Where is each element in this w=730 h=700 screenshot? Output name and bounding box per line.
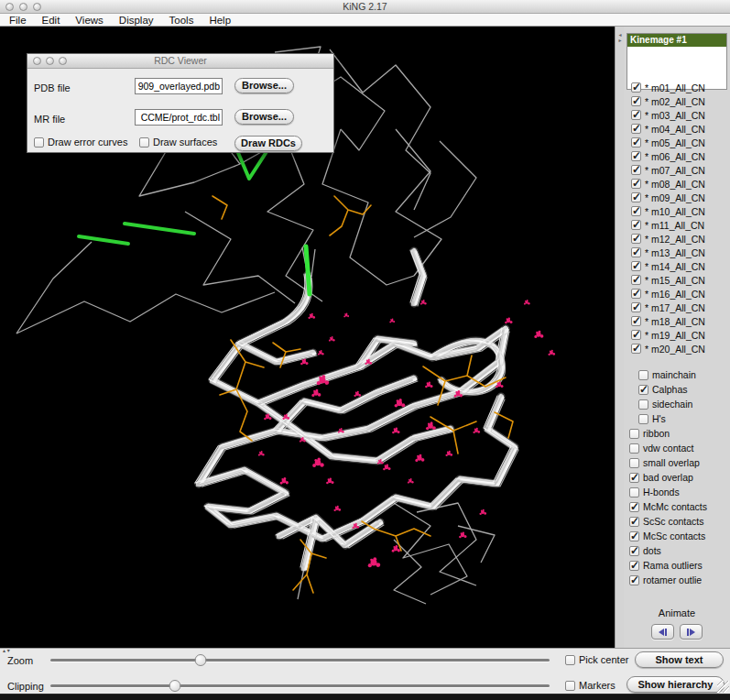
checkbox[interactable] <box>631 302 641 312</box>
option-h-bonds[interactable]: H-bonds <box>624 485 730 499</box>
menu-tools[interactable]: Tools <box>169 15 194 26</box>
model-toggle[interactable]: * m07_All_CN <box>624 163 730 177</box>
model-toggle[interactable]: * m11_All_CN <box>624 218 730 232</box>
checkbox[interactable] <box>631 247 641 257</box>
model-toggle[interactable]: * m17_All_CN <box>624 301 730 314</box>
option-sidechain[interactable]: sidechain <box>624 397 730 411</box>
option-vdw-contact[interactable]: vdw contact <box>624 441 730 455</box>
checkbox[interactable] <box>629 443 639 454</box>
checkbox[interactable] <box>638 370 648 380</box>
checkbox[interactable] <box>631 289 641 299</box>
checkbox[interactable] <box>629 502 639 512</box>
draw-rdcs-button[interactable]: Draw RDCs <box>234 136 302 151</box>
checkbox[interactable] <box>629 487 639 498</box>
option-calphas[interactable]: Calphas <box>624 382 730 397</box>
animate-step-forward-button[interactable] <box>680 624 703 640</box>
checkbox[interactable] <box>629 473 639 483</box>
model-toggle[interactable]: * m03_All_CN <box>624 108 730 122</box>
checkbox[interactable] <box>631 151 641 161</box>
model-toggle[interactable]: * m06_All_CN <box>624 149 730 163</box>
dialog-titlebar[interactable]: RDC Viewer <box>27 54 333 69</box>
option-dots[interactable]: dots <box>624 543 730 558</box>
zoom-slider[interactable] <box>50 659 550 662</box>
checkbox[interactable] <box>638 414 648 424</box>
option-small-overlap[interactable]: small overlap <box>624 455 730 470</box>
option-mcmc-contacts[interactable]: McMc contacts <box>624 499 730 514</box>
option-ribbon[interactable]: ribbon <box>624 426 730 441</box>
checkbox[interactable] <box>638 399 648 410</box>
checkbox[interactable] <box>631 179 641 189</box>
checkbox[interactable] <box>631 316 641 326</box>
checkbox[interactable] <box>629 546 639 556</box>
checkbox[interactable] <box>629 429 639 439</box>
model-toggle[interactable]: * m04_All_CN <box>624 122 730 136</box>
checkbox[interactable] <box>565 681 575 691</box>
show-text-button[interactable]: Show text <box>635 651 724 668</box>
checkbox[interactable] <box>631 275 641 285</box>
pdb-file-input[interactable] <box>135 78 223 94</box>
zoom-slider-thumb[interactable] <box>194 654 206 666</box>
option-mainchain[interactable]: mainchain <box>624 367 730 382</box>
checkbox[interactable] <box>629 458 639 468</box>
menu-display[interactable]: Display <box>119 15 154 26</box>
pdb-browse-button[interactable]: Browse... <box>234 78 294 93</box>
canvas-sidebar-splitter[interactable]: ◂▸ <box>615 27 624 648</box>
checkbox[interactable] <box>631 82 641 93</box>
checkbox[interactable] <box>631 206 641 216</box>
option-mcsc-contacts[interactable]: McSc contacts <box>624 529 730 543</box>
checkbox[interactable] <box>139 137 149 148</box>
checkbox[interactable] <box>629 531 639 541</box>
dialog-zoom-icon[interactable] <box>59 57 67 65</box>
clipping-slider[interactable] <box>50 684 550 687</box>
model-toggle[interactable]: * m01_All_CN <box>624 81 730 94</box>
model-toggle[interactable]: * m09_All_CN <box>624 191 730 204</box>
checkbox[interactable] <box>638 385 648 395</box>
checkbox[interactable] <box>631 124 641 134</box>
checkbox[interactable] <box>631 234 641 244</box>
dialog-close-icon[interactable] <box>33 57 41 65</box>
checkbox[interactable] <box>631 220 641 230</box>
checkbox[interactable] <box>631 110 641 120</box>
checkbox[interactable] <box>631 192 641 202</box>
close-window-icon[interactable] <box>5 3 14 11</box>
option-rotamer-outliers[interactable]: rotamer outlie <box>624 573 730 587</box>
model-toggle[interactable]: * m08_All_CN <box>624 177 730 191</box>
checkbox[interactable] <box>631 261 641 271</box>
option-scsc-contacts[interactable]: ScSc contacts <box>624 514 730 529</box>
menu-help[interactable]: Help <box>209 15 231 26</box>
dialog-minimize-icon[interactable] <box>46 57 54 65</box>
mr-file-input[interactable] <box>135 109 223 126</box>
minimize-window-icon[interactable] <box>19 3 27 11</box>
checkbox[interactable] <box>631 330 641 340</box>
show-hierarchy-button[interactable]: Show hierarchy <box>626 676 725 693</box>
checkbox[interactable] <box>631 137 641 148</box>
mr-browse-button[interactable]: Browse... <box>234 109 294 125</box>
checkbox[interactable] <box>34 137 44 148</box>
option-rama-outliers[interactable]: Rama outliers <box>624 558 730 573</box>
clipping-slider-thumb[interactable] <box>169 680 181 692</box>
model-toggle[interactable]: * m14_All_CN <box>624 259 730 273</box>
checkbox[interactable] <box>629 517 639 527</box>
panel-collapse-icon[interactable]: ▴ ▾ <box>3 649 10 653</box>
model-toggle[interactable]: * m10_All_CN <box>624 204 730 218</box>
model-toggle[interactable]: * m15_All_CN <box>624 273 730 287</box>
option-bad-overlap[interactable]: bad overlap <box>624 470 730 485</box>
animate-step-back-button[interactable] <box>651 624 674 640</box>
checkbox[interactable] <box>629 575 639 585</box>
option-hs[interactable]: H's <box>624 411 730 426</box>
checkbox[interactable] <box>629 561 639 571</box>
draw-error-curves-checkbox[interactable]: Draw error curves <box>34 137 127 148</box>
model-toggle[interactable]: * m18_All_CN <box>624 314 730 328</box>
draw-surfaces-checkbox[interactable]: Draw surfaces <box>139 137 217 148</box>
model-toggle[interactable]: * m16_All_CN <box>624 287 730 301</box>
checkbox[interactable] <box>565 655 575 665</box>
menu-views[interactable]: Views <box>75 15 103 26</box>
menu-file[interactable]: File <box>9 15 27 26</box>
checkbox[interactable] <box>631 96 641 106</box>
model-toggle[interactable]: * m12_All_CN <box>624 232 730 246</box>
pick-center-checkbox[interactable]: Pick center <box>565 654 628 665</box>
model-toggle[interactable]: * m02_All_CN <box>624 94 730 108</box>
model-toggle[interactable]: * m13_All_CN <box>624 246 730 259</box>
model-toggle[interactable]: * m19_All_CN <box>624 328 730 342</box>
zoom-window-icon[interactable] <box>33 3 41 11</box>
